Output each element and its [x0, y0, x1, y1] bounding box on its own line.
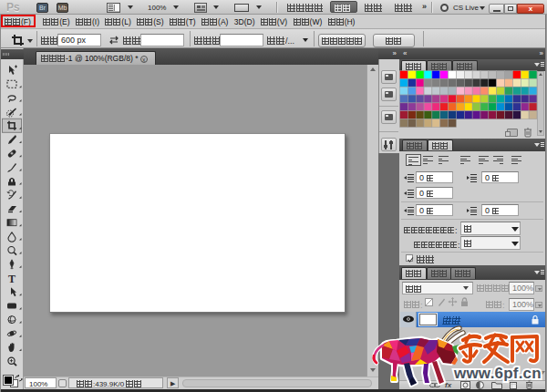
svg-text:www.6pf.cn: www.6pf.cn: [453, 365, 542, 382]
svg-text:T: T: [8, 273, 15, 285]
